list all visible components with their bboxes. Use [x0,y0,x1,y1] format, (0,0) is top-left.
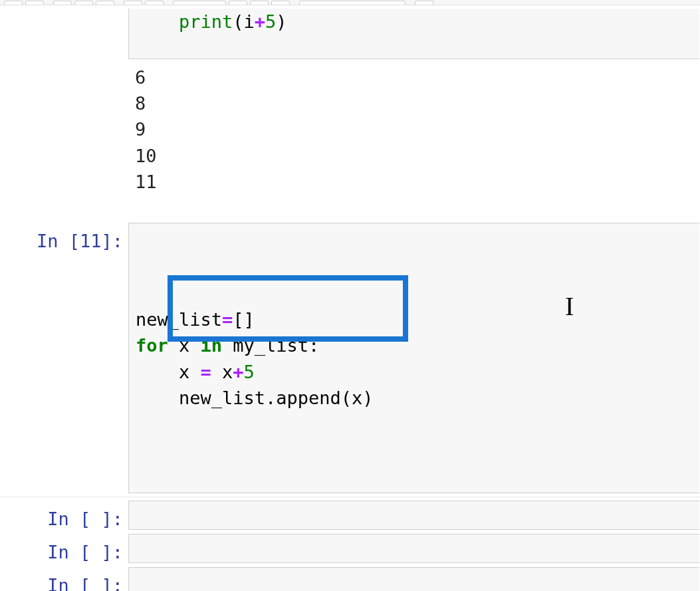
in-prompt: In [ ]: [1,501,128,530]
restart-button[interactable] [250,1,269,5]
code-input[interactable] [128,501,699,530]
command-palette-button[interactable] [415,1,433,5]
notebook-container: print(i+5) 6 8 9 10 11 In [11]: new_list… [0,8,700,591]
code-input[interactable] [128,567,699,591]
code-cell-11: In [11]: new_list=[]for x in my_list: x … [0,222,700,494]
cut-cell-button[interactable] [53,1,72,5]
cell-type-label: Code [305,5,327,5]
save-button[interactable] [4,1,23,5]
empty-code-cell: In [ ]: [0,533,700,564]
code-input[interactable]: print(i+5) [128,9,699,59]
restart-run-button[interactable] [271,1,290,5]
move-down-button[interactable] [145,1,164,5]
interrupt-button[interactable] [229,1,247,5]
paste-cell-button[interactable] [96,1,114,5]
insert-cell-button[interactable] [25,1,44,5]
code-input[interactable] [128,534,699,563]
stdout-output: 6 8 9 10 11 [128,60,699,205]
code-input[interactable]: new_list=[]for x in my_list: x = x+5 new… [128,223,699,493]
empty-code-cell: In [ ]: [0,566,700,591]
out-prompt [1,60,128,205]
code-cell-partial-top: print(i+5) [0,8,700,60]
cell-type-select[interactable]: Code [299,1,406,5]
in-prompt: In [11]: [1,223,128,493]
in-prompt: In [ ]: [1,567,128,591]
move-up-button[interactable] [124,1,142,5]
output-cell: 6 8 9 10 11 [0,60,700,206]
run-button[interactable] [173,1,226,5]
cell-divider [0,497,700,497]
copy-cell-button[interactable] [74,1,93,5]
toolbar: Code [0,0,700,5]
in-prompt [1,9,128,59]
in-prompt: In [ ]: [1,534,128,563]
empty-code-cell: In [ ]: [0,500,700,531]
